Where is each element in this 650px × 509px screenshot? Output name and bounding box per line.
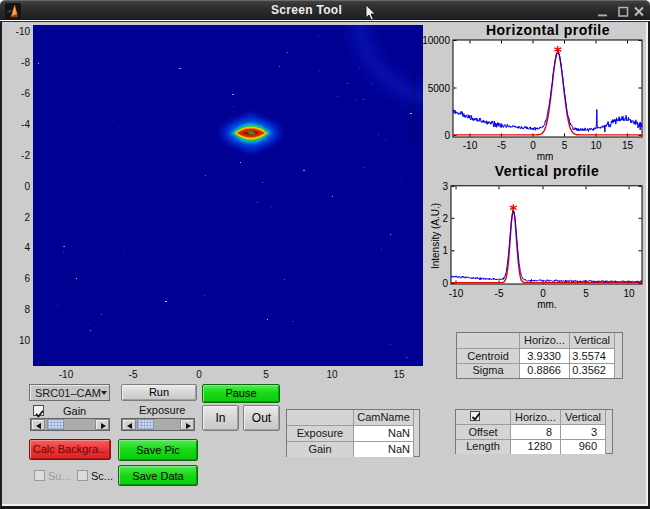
svg-text:0: 0 [530,140,536,151]
svg-text:5000: 5000 [428,83,451,94]
svg-text:Intensity (A.U.) x10: Intensity (A.U.) x10 [409,67,419,140]
svg-text:-10: -10 [449,288,464,299]
svg-text:10: 10 [590,140,602,151]
svg-text:0: 0 [540,288,546,299]
svg-text:-5: -5 [497,140,506,151]
svg-text:Vertical profile: Vertical profile [495,163,599,179]
svg-text:Intensity (A.U.): Intensity (A.U.) [430,203,441,269]
svg-text:5: 5 [562,140,568,151]
svg-text:0: 0 [444,130,450,141]
svg-text:mm.: mm. [537,299,556,310]
svg-text:-10: -10 [463,140,478,151]
svg-text:15: 15 [622,140,634,151]
svg-text:2: 2 [442,213,448,224]
svg-text:10000: 10000 [422,35,450,46]
svg-text:mm: mm [537,151,554,162]
svg-text:3: 3 [442,181,448,192]
svg-text:5: 5 [583,288,589,299]
svg-text:10: 10 [623,288,635,299]
svg-text:0: 0 [442,278,448,289]
svg-text:Horizontal profile: Horizontal profile [486,22,610,38]
svg-text:1: 1 [442,245,448,256]
svg-text:-5: -5 [495,288,504,299]
